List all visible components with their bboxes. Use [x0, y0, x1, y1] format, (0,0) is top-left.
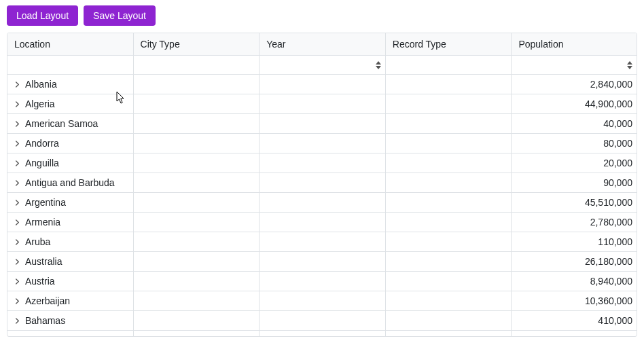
filter-input-location[interactable]	[10, 58, 130, 72]
load-layout-button[interactable]: Load Layout	[7, 5, 78, 26]
cell-record-type	[386, 252, 512, 271]
cell-location[interactable]: Armenia	[7, 213, 134, 232]
cell-city-type	[134, 173, 260, 192]
location-label: Anguilla	[25, 158, 59, 168]
table-row: Anguilla 20,000	[7, 153, 637, 173]
cell-city-type	[134, 331, 260, 336]
cell-year	[260, 331, 386, 336]
table-row: Australia 26,180,000	[7, 252, 637, 272]
cell-record-type	[386, 232, 512, 251]
chevron-right-icon[interactable]	[13, 120, 21, 128]
table-row: Antigua and Barbuda 90,000	[7, 173, 637, 193]
cell-year	[260, 311, 386, 330]
filter-input-population[interactable]	[514, 58, 627, 72]
column-header-record-type[interactable]: Record Type	[386, 33, 512, 55]
cell-population: 40,000	[512, 114, 637, 133]
column-header-city-type[interactable]: City Type	[134, 33, 260, 55]
cell-location[interactable]: Argentina	[7, 193, 134, 212]
location-label: American Samoa	[25, 118, 98, 129]
cell-year	[260, 213, 386, 232]
cell-record-type	[386, 291, 512, 310]
toolbar: Load Layout Save Layout	[7, 5, 637, 26]
column-header-year[interactable]: Year	[260, 33, 386, 55]
cell-population: 44,900,000	[512, 94, 637, 113]
cell-location[interactable]: Aruba	[7, 232, 134, 251]
spinner-up-icon[interactable]	[376, 61, 381, 65]
cell-record-type	[386, 272, 512, 291]
column-header-location[interactable]: Location	[7, 33, 134, 55]
chevron-right-icon[interactable]	[13, 316, 21, 325]
table-row: Andorra 80,000	[7, 134, 637, 153]
cell-population: 90,000	[512, 173, 637, 192]
spinner-down-icon[interactable]	[627, 66, 632, 69]
filter-input-year[interactable]	[262, 58, 376, 72]
chevron-right-icon[interactable]	[13, 159, 21, 167]
cell-location[interactable]: Albania	[7, 75, 134, 94]
cell-location[interactable]: Austria	[7, 272, 134, 291]
chevron-right-icon[interactable]	[13, 297, 21, 305]
cell-population: 80,000	[512, 134, 637, 153]
cell-record-type	[386, 75, 512, 94]
spinner-year	[376, 60, 382, 70]
cell-city-type	[134, 213, 260, 232]
grid-body[interactable]: Albania 2,840,000 Algeria 44,900,000 Ame…	[7, 75, 637, 336]
cell-year	[260, 252, 386, 271]
chevron-right-icon[interactable]	[13, 80, 21, 88]
cell-location[interactable]: Anguilla	[7, 153, 134, 172]
chevron-right-icon[interactable]	[13, 198, 21, 206]
cell-location[interactable]: Bahrain	[7, 331, 134, 336]
table-row: Austria 8,940,000	[7, 272, 637, 291]
chevron-right-icon[interactable]	[13, 100, 21, 108]
chevron-right-icon[interactable]	[13, 139, 21, 147]
cell-location[interactable]: Azerbaijan	[7, 291, 134, 310]
cell-year	[260, 291, 386, 310]
chevron-right-icon[interactable]	[13, 277, 21, 285]
cell-population: 26,180,000	[512, 252, 637, 271]
cell-population: 8,940,000	[512, 272, 637, 291]
spinner-population	[627, 60, 634, 70]
cell-record-type	[386, 213, 512, 232]
location-label: Armenia	[25, 217, 60, 228]
chevron-right-icon[interactable]	[13, 179, 21, 187]
cell-population: 410,000	[512, 311, 637, 330]
cell-city-type	[134, 311, 260, 330]
data-grid: Location City Type Year Record Type Popu…	[7, 33, 637, 337]
cell-record-type	[386, 311, 512, 330]
cell-record-type	[386, 331, 512, 336]
cell-year	[260, 94, 386, 113]
filter-input-record-type[interactable]	[389, 58, 509, 72]
chevron-right-icon[interactable]	[13, 238, 21, 246]
cell-record-type	[386, 134, 512, 153]
filter-cell-population	[512, 56, 637, 74]
table-row: Algeria 44,900,000	[7, 94, 637, 114]
cell-location[interactable]: American Samoa	[7, 114, 134, 133]
location-label: Azerbaijan	[25, 295, 70, 306]
filter-input-city-type[interactable]	[137, 58, 257, 72]
cell-city-type	[134, 94, 260, 113]
table-row: American Samoa 40,000	[7, 114, 637, 134]
table-row: Bahamas 410,000	[7, 311, 637, 331]
chevron-right-icon[interactable]	[13, 218, 21, 226]
column-header-population[interactable]: Population	[512, 33, 637, 55]
cell-location[interactable]: Antigua and Barbuda	[7, 173, 134, 192]
table-row: Azerbaijan 10,360,000	[7, 291, 637, 311]
cell-population: 20,000	[512, 153, 637, 172]
cell-location[interactable]: Algeria	[7, 94, 134, 113]
spinner-down-icon[interactable]	[376, 66, 381, 69]
location-label: Algeria	[25, 98, 55, 109]
chevron-right-icon[interactable]	[13, 257, 21, 266]
table-row: Argentina 45,510,000	[7, 193, 637, 213]
grid-filter-row	[7, 56, 637, 75]
cell-population: 1,470,000	[512, 331, 637, 336]
cell-city-type	[134, 291, 260, 310]
cell-city-type	[134, 193, 260, 212]
location-label: Australia	[25, 256, 62, 267]
table-row: Bahrain 1,470,000	[7, 331, 637, 336]
cell-city-type	[134, 114, 260, 133]
save-layout-button[interactable]: Save Layout	[84, 5, 156, 26]
cell-location[interactable]: Bahamas	[7, 311, 134, 330]
cell-location[interactable]: Australia	[7, 252, 134, 271]
spinner-up-icon[interactable]	[627, 61, 632, 65]
cell-location[interactable]: Andorra	[7, 134, 134, 153]
cell-city-type	[134, 134, 260, 153]
